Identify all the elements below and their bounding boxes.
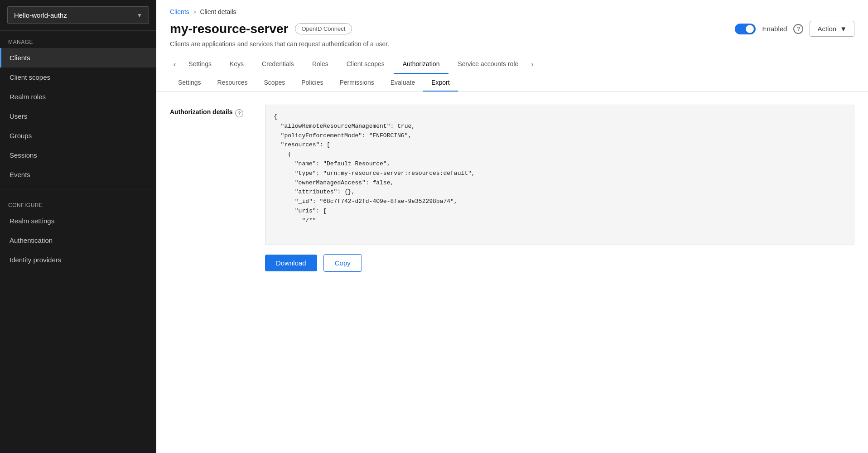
tab-authorization[interactable]: Authorization [394, 55, 449, 74]
sidebar-item-sessions[interactable]: Sessions [0, 145, 156, 165]
auth-details-label: Authorization details ? [170, 105, 251, 117]
realm-dropdown[interactable]: Hello-world-authz ▼ [7, 6, 149, 24]
content-area: Authorization details ? { "allowRemoteRe… [156, 92, 868, 453]
breadcrumb-separator: > [193, 9, 197, 15]
enabled-toggle[interactable] [735, 24, 756, 34]
breadcrumb: Clients > Client details [156, 0, 868, 15]
tab-keys[interactable]: Keys [221, 55, 253, 74]
action-button[interactable]: Action ▼ [810, 21, 854, 37]
json-content-box[interactable]: { "allowRemoteResourceManagement": true,… [265, 105, 854, 245]
auth-details-section: Authorization details ? { "allowRemoteRe… [170, 105, 854, 245]
tab-sec-permissions[interactable]: Permissions [331, 74, 382, 92]
tab-client-scopes[interactable]: Client scopes [338, 55, 394, 74]
configure-section-label: Configure [0, 194, 156, 211]
breadcrumb-clients-link[interactable]: Clients [170, 8, 189, 15]
sidebar-item-clients[interactable]: Clients [0, 48, 156, 67]
sidebar-item-events[interactable]: Events [0, 165, 156, 184]
sidebar: Hello-world-authz ▼ Manage Clients Clien… [0, 0, 156, 453]
openid-badge: OpenID Connect [295, 23, 352, 34]
page-subtitle: Clients are applications and services th… [156, 37, 868, 48]
tab-sec-export[interactable]: Export [423, 74, 458, 92]
sidebar-item-realm-settings[interactable]: Realm settings [0, 211, 156, 231]
tabs-primary: ‹ Settings Keys Credentials Roles Client… [156, 55, 868, 74]
realm-dropdown-arrow: ▼ [137, 12, 142, 19]
action-label: Action [817, 25, 836, 33]
realm-name: Hello-world-authz [14, 11, 67, 19]
tab-sec-settings[interactable]: Settings [170, 74, 209, 92]
enabled-label: Enabled [762, 25, 787, 33]
sidebar-item-client-scopes[interactable]: Client scopes [0, 67, 156, 87]
copy-button[interactable]: Copy [323, 254, 362, 272]
tab-nav-next[interactable]: › [527, 55, 537, 74]
tab-service-accounts-role[interactable]: Service accounts role [448, 55, 527, 74]
page-title: my-resource-server [170, 22, 289, 36]
download-button[interactable]: Download [265, 255, 317, 271]
header-actions: Enabled ? Action ▼ [735, 21, 854, 37]
breadcrumb-current: Client details [200, 8, 236, 15]
sidebar-item-identity-providers[interactable]: Identity providers [0, 250, 156, 270]
tab-roles[interactable]: Roles [303, 55, 338, 74]
sidebar-item-realm-roles[interactable]: Realm roles [0, 87, 156, 106]
auth-details-help-icon[interactable]: ? [235, 109, 243, 117]
tab-sec-scopes[interactable]: Scopes [256, 74, 294, 92]
manage-section-label: Manage [0, 31, 156, 48]
tab-settings[interactable]: Settings [179, 55, 221, 74]
tabs-secondary: Settings Resources Scopes Policies Permi… [156, 74, 868, 92]
page-header: my-resource-server OpenID Connect Enable… [156, 15, 868, 37]
tab-sec-resources[interactable]: Resources [209, 74, 256, 92]
realm-selector[interactable]: Hello-world-authz ▼ [0, 0, 156, 31]
tab-nav-prev[interactable]: ‹ [170, 55, 179, 74]
sidebar-item-authentication[interactable]: Authentication [0, 231, 156, 250]
help-icon[interactable]: ? [793, 24, 803, 34]
tab-sec-policies[interactable]: Policies [293, 74, 331, 92]
tab-sec-evaluate[interactable]: Evaluate [382, 74, 423, 92]
sidebar-divider [0, 189, 156, 189]
action-chevron-icon: ▼ [840, 25, 847, 33]
main-content: Clients > Client details my-resource-ser… [156, 0, 868, 453]
sidebar-item-groups[interactable]: Groups [0, 126, 156, 145]
buttons-row: Download Copy [170, 254, 854, 272]
sidebar-item-users[interactable]: Users [0, 106, 156, 126]
tab-credentials[interactable]: Credentials [253, 55, 303, 74]
